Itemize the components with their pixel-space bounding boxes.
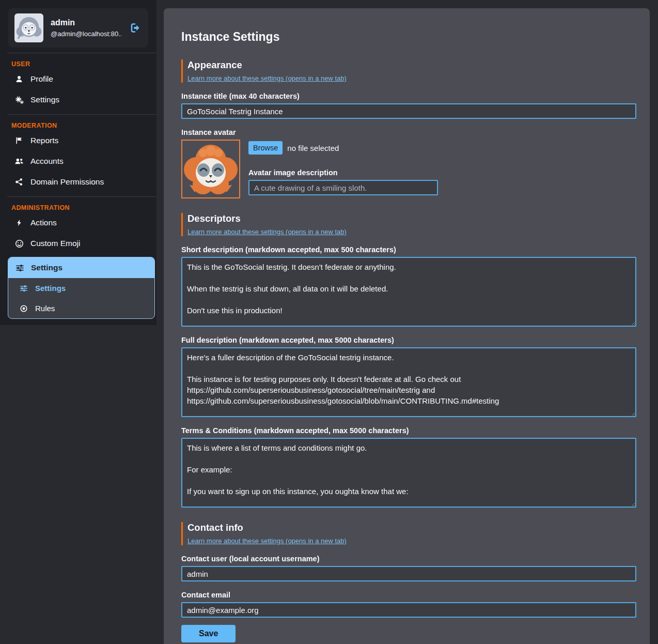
page-title: Instance Settings bbox=[181, 30, 636, 44]
instance-avatar-image bbox=[181, 140, 240, 198]
app-root: admin @admin@localhost:80... USER Profil… bbox=[0, 0, 658, 644]
contact-user-label: Contact user (local account username) bbox=[181, 555, 636, 563]
bolt-icon bbox=[14, 219, 24, 227]
sidebar-item-label: Reports bbox=[30, 136, 58, 145]
instance-title-input[interactable] bbox=[181, 103, 636, 119]
section-heading: Contact info bbox=[187, 522, 636, 533]
sidebar-item-label: Settings bbox=[30, 95, 59, 104]
browse-button[interactable]: Browse bbox=[248, 141, 283, 155]
full-description-label: Full description (markdown accepted, max… bbox=[181, 336, 636, 344]
instance-avatar-row: Browse no file selected Avatar image des… bbox=[181, 140, 636, 198]
sidebar-subitem-label: Rules bbox=[35, 304, 55, 313]
sidebar-item-label: Domain Permissions bbox=[30, 177, 104, 187]
short-description-label: Short description (markdown accepted, ma… bbox=[181, 246, 636, 254]
sidebar-divider bbox=[7, 196, 156, 197]
section-contact-info: Contact info Learn more about these sett… bbox=[181, 522, 636, 545]
sidebar-item-label: Profile bbox=[30, 74, 53, 84]
sidebar-item-label: Actions bbox=[30, 218, 57, 227]
contact-user-input[interactable] bbox=[181, 566, 636, 581]
instance-settings-panel: Instance Settings Appearance Learn more … bbox=[164, 8, 650, 644]
learn-more-link[interactable]: Learn more about these settings (opens i… bbox=[187, 74, 347, 82]
section-descriptors: Descriptors Learn more about these setti… bbox=[181, 213, 636, 236]
instance-avatar-controls: Browse no file selected Avatar image des… bbox=[248, 140, 438, 198]
sidebar-item-actions[interactable]: Actions bbox=[0, 212, 156, 233]
sidebar-subitem-rules[interactable]: Rules bbox=[8, 298, 154, 318]
sidebar-item-reports[interactable]: Reports bbox=[0, 130, 156, 151]
full-description-textarea[interactable]: Here's a fuller description of the GoToS… bbox=[181, 347, 636, 417]
contact-email-input[interactable] bbox=[181, 602, 636, 618]
dot-circle-icon bbox=[19, 304, 28, 313]
terms-label: Terms & Conditions (markdown accepted, m… bbox=[181, 426, 636, 435]
contact-email-label: Contact email bbox=[181, 591, 636, 599]
smile-icon bbox=[14, 239, 24, 248]
sidebar-heading-user: USER bbox=[0, 55, 156, 69]
sidebar-item-label: Accounts bbox=[30, 157, 64, 166]
instance-avatar-label: Instance avatar bbox=[181, 128, 636, 136]
sidebar-settings-group: Settings bbox=[8, 257, 155, 319]
sidebar-item-domain-permissions[interactable]: Domain Permissions bbox=[0, 172, 156, 192]
sidebar-heading-moderation: MODERATION bbox=[0, 117, 156, 130]
instance-title-label: Instance title (max 40 characters) bbox=[181, 92, 636, 100]
sidebar-submenu: Settings Rules bbox=[8, 278, 154, 318]
user-name: admin bbox=[51, 18, 121, 27]
avatar-description-input[interactable] bbox=[248, 180, 438, 195]
sliders-icon bbox=[15, 264, 24, 272]
sidebar-item-admin-settings[interactable]: Settings bbox=[8, 257, 154, 278]
user-card: admin @admin@localhost:80... bbox=[8, 8, 148, 48]
learn-more-link[interactable]: Learn more about these settings (opens i… bbox=[187, 537, 347, 545]
terms-textarea[interactable]: This is where a list of terms and condit… bbox=[181, 438, 636, 508]
sidebar-divider bbox=[7, 114, 156, 115]
user-avatar bbox=[14, 13, 43, 42]
sidebar-item-custom-emoji[interactable]: Custom Emoji bbox=[0, 233, 156, 254]
section-appearance: Appearance Learn more about these settin… bbox=[181, 59, 636, 83]
sidebar-item-label: Custom Emoji bbox=[30, 239, 80, 248]
share-nodes-icon bbox=[14, 178, 24, 186]
user-handle: @admin@localhost:80... bbox=[51, 30, 121, 38]
section-heading: Appearance bbox=[187, 59, 636, 71]
file-status-text: no file selected bbox=[287, 144, 339, 152]
save-button[interactable]: Save bbox=[181, 625, 236, 642]
sidebar-heading-administration: ADMINISTRATION bbox=[0, 199, 156, 212]
user-meta: admin @admin@localhost:80... bbox=[51, 18, 121, 38]
file-input-row: Browse no file selected bbox=[248, 141, 438, 155]
sidebar-item-label: Settings bbox=[31, 263, 62, 272]
sidebar-subitem-settings[interactable]: Settings bbox=[8, 278, 154, 298]
learn-more-link[interactable]: Learn more about these settings (opens i… bbox=[187, 228, 347, 236]
flag-icon bbox=[14, 136, 24, 145]
short-description-textarea[interactable]: This is the GoToSocial testrig. It doesn… bbox=[181, 257, 636, 327]
sliders-icon bbox=[19, 284, 28, 293]
sidebar-item-profile[interactable]: Profile bbox=[0, 69, 156, 89]
user-icon bbox=[14, 75, 24, 83]
sidebar-item-accounts[interactable]: Accounts bbox=[0, 151, 156, 172]
section-heading: Descriptors bbox=[187, 213, 636, 224]
users-icon bbox=[14, 157, 24, 166]
sidebar-subitem-label: Settings bbox=[35, 284, 66, 293]
gears-icon bbox=[14, 96, 24, 104]
sidebar: admin @admin@localhost:80... USER Profil… bbox=[0, 0, 156, 325]
avatar-description-label: Avatar image description bbox=[248, 168, 438, 177]
sidebar-item-user-settings[interactable]: Settings bbox=[0, 89, 156, 110]
sidebar-divider bbox=[7, 53, 156, 53]
sign-out-icon[interactable] bbox=[129, 21, 142, 35]
